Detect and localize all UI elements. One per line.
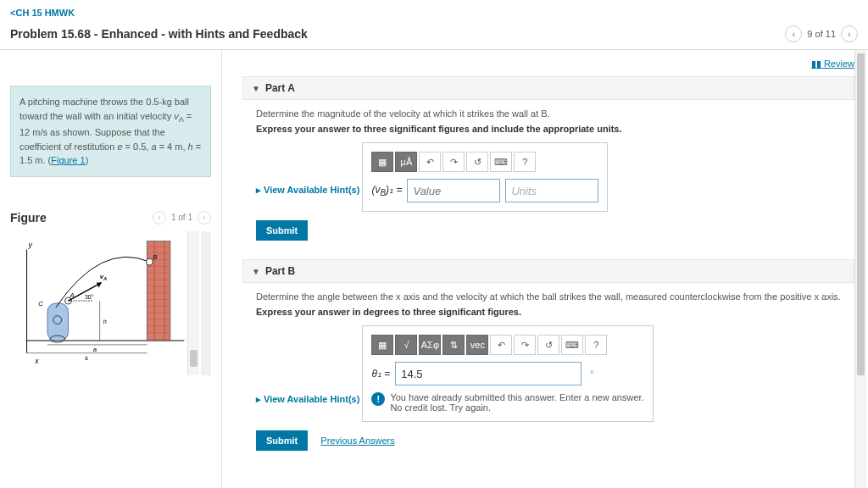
part-b-hints[interactable]: ▸ View Available Hint(s) [256,394,359,405]
svg-rect-7 [147,241,170,341]
figure-nav: ‹ 1 of 1 › [153,211,211,225]
back-link-text: CH 15 HMWK [15,8,75,18]
svg-text:C: C [38,300,43,308]
part-b-toolbar: ▦ √ ΑΣφ ⇅ vec ↶ ↷ ↺ ⌨ ? [371,335,643,355]
svg-text:y: y [28,241,33,249]
help-button[interactable]: ? [585,335,607,355]
symbols-button[interactable]: ΑΣφ [419,335,441,355]
review-link[interactable]: ▮▮ Review [811,58,854,69]
figure-title: Figure [10,211,47,225]
next-item-button[interactable]: › [841,25,858,42]
part-b-feedback: ! You have already submitted this answer… [371,392,643,413]
svg-text:h: h [103,318,107,325]
undo-button[interactable]: ↶ [419,152,441,172]
part-a-header[interactable]: ▼Part A [242,76,854,100]
redo-button[interactable]: ↷ [514,335,536,355]
info-icon: ! [371,392,385,406]
right-column: ▮▮ Review ▼Part A Determine the magnitud… [222,50,868,488]
svg-text:a: a [93,346,97,353]
keyboard-button[interactable]: ⌨ [561,335,583,355]
reset-button[interactable]: ↺ [466,152,488,172]
svg-text:30°: 30° [85,294,94,300]
part-a-units-cell[interactable]: Units [505,179,598,202]
previous-answers-link[interactable]: Previous Answers [320,435,394,446]
part-a-instruction: Determine the magnitude of the velocity … [256,108,854,119]
subsup-button[interactable]: ⇅ [442,335,465,355]
prev-item-button[interactable]: ‹ [785,25,802,42]
part-a-answer-box: ▦ μÅ ↶ ↷ ↺ ⌨ ? (vB)₁ = Units [362,142,608,212]
item-counter: 9 of 11 [807,29,836,39]
item-nav: ‹ 9 of 11 › [785,25,858,42]
part-a-toolbar: ▦ μÅ ↶ ↷ ↺ ⌨ ? [371,152,598,172]
part-b-header[interactable]: ▼Part B [242,259,854,283]
svg-text:B: B [153,253,157,261]
caret-down-icon: ▼ [252,267,260,276]
figure-counter: 1 of 1 [171,213,192,222]
left-column: A pitching machine throws the 0.5-kg bal… [0,50,222,488]
template-button[interactable]: ▦ [371,335,393,355]
figure-diagram: y x A B vA 30° C a s [10,231,211,375]
svg-rect-8 [47,303,68,341]
page-title: Problem 15.68 - Enhanced - with Hints an… [10,27,308,41]
svg-point-13 [146,258,153,265]
part-a-body: Determine the magnitude of the velocity … [242,100,854,249]
back-link[interactable]: <CH 15 HMWK [10,8,75,18]
part-a-value-input[interactable] [407,179,500,202]
part-a-submit-button[interactable]: Submit [256,220,308,241]
part-b-value-input[interactable] [395,362,581,385]
vec-button[interactable]: vec [466,335,488,355]
units-button[interactable]: μÅ [395,152,417,172]
part-b-unit: ° [590,369,593,379]
figure-next-button[interactable]: › [198,211,211,225]
part-b-submit-button[interactable]: Submit [256,430,308,451]
keyboard-button[interactable]: ⌨ [490,152,512,172]
main-scrollbar[interactable] [854,50,866,488]
reset-button[interactable]: ↺ [537,335,559,355]
svg-text:vA: vA [100,273,108,281]
part-b-answer-box: ▦ √ ΑΣφ ⇅ vec ↶ ↷ ↺ ⌨ ? θ₁ = ° ! [362,325,653,422]
sqrt-button[interactable]: √ [395,335,417,355]
undo-button[interactable]: ↶ [490,335,512,355]
part-a-hints[interactable]: ▸ View Available Hint(s) [256,185,359,196]
problem-statement: A pitching machine throws the 0.5-kg bal… [10,86,211,177]
template-button[interactable]: ▦ [371,152,393,172]
figure-prev-button[interactable]: ‹ [153,211,166,225]
svg-text:s: s [85,353,88,361]
part-b-body: Determine the angle between the x axis a… [242,283,854,459]
svg-text:x: x [34,357,39,365]
part-b-bold: Express your answer in degrees to three … [256,307,854,317]
part-a-bold: Express your answer to three significant… [256,124,854,134]
help-button[interactable]: ? [514,152,536,172]
part-a-var-label: (vB)₁ = [371,184,402,197]
part-b-var-label: θ₁ = [371,368,390,380]
figure-link[interactable]: Figure 1 [51,155,85,165]
caret-down-icon: ▼ [252,84,260,93]
redo-button[interactable]: ↷ [442,152,465,172]
figure-scrollbar[interactable] [187,231,199,375]
part-a-title: Part A [265,82,295,94]
part-b-instruction: Determine the angle between the x axis a… [256,291,854,302]
part-b-title: Part B [265,265,295,277]
